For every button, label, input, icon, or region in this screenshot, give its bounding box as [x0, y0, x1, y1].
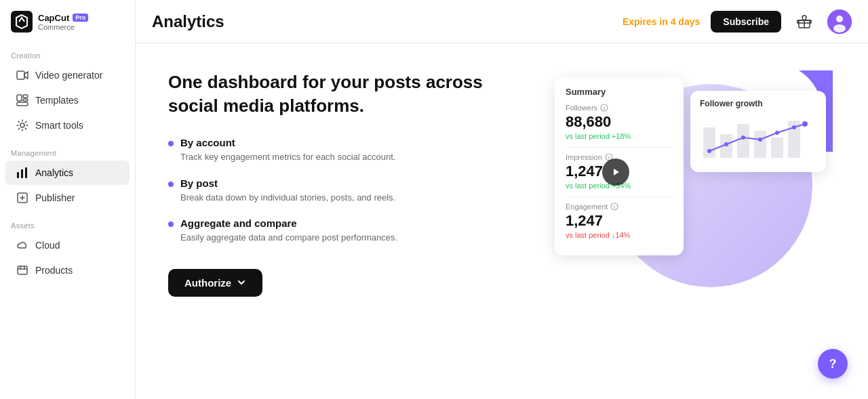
main-heading: One dashboard for your posts across soci…: [168, 70, 521, 118]
sidebar-section-assets: Assets Cloud Products: [0, 216, 135, 283]
left-content: One dashboard for your posts across soci…: [168, 70, 521, 377]
sidebar-item-smart-tools[interactable]: Smart tools: [5, 113, 130, 138]
svg-point-28: [758, 138, 762, 142]
user-avatar[interactable]: [827, 9, 852, 34]
svg-point-26: [724, 142, 728, 146]
video-icon: [16, 69, 28, 81]
publisher-icon: [16, 192, 28, 204]
engagement-value: 1,247: [566, 212, 673, 230]
feature-desc: Easily aggregate data and compare post p…: [180, 231, 397, 245]
sidebar-item-label: Cloud: [35, 240, 60, 251]
followers-value: 88,680: [566, 113, 673, 131]
sidebar-item-cloud[interactable]: Cloud: [5, 233, 130, 257]
sidebar-item-label: Video generator: [35, 70, 102, 81]
svg-point-29: [775, 131, 779, 135]
svg-rect-1: [17, 71, 24, 79]
svg-point-30: [792, 125, 796, 129]
svg-point-15: [833, 24, 846, 33]
svg-rect-5: [23, 99, 28, 101]
svg-point-14: [836, 16, 843, 22]
sidebar-item-video-generator[interactable]: Video generator: [5, 63, 130, 87]
svg-point-6: [20, 123, 24, 127]
templates-icon: [16, 94, 28, 106]
subscribe-button[interactable]: Subscribe: [711, 11, 781, 33]
analytics-icon: [16, 167, 28, 179]
logo-name: CapCut: [38, 13, 69, 23]
sidebar-item-label: Analytics: [35, 167, 73, 178]
page-title: Analytics: [152, 12, 224, 31]
bullet-dot: [168, 222, 174, 227]
feature-by-post: By post Break data down by individual st…: [168, 177, 521, 205]
sidebar-item-label: Publisher: [35, 192, 75, 203]
svg-point-25: [707, 149, 711, 153]
sidebar-item-analytics[interactable]: Analytics: [5, 161, 130, 185]
right-panel: Summary Followers 88,680 vs last period …: [548, 70, 833, 377]
growth-chart: [700, 114, 815, 161]
sidebar-section-label-creation: Creation: [0, 46, 135, 62]
info-icon: [600, 104, 608, 112]
growth-card-title: Follower growth: [700, 99, 816, 108]
feature-aggregate: Aggregate and compare Easily aggregate d…: [168, 217, 521, 245]
logo-badge: Pro: [73, 14, 88, 22]
svg-rect-9: [25, 167, 27, 178]
sidebar-item-label: Products: [35, 265, 73, 276]
help-button[interactable]: ?: [818, 349, 848, 379]
follower-growth-card: Follower growth: [690, 91, 826, 172]
products-icon: [16, 264, 28, 276]
followers-change: vs last period +18%: [566, 132, 673, 140]
svg-rect-23: [771, 138, 783, 158]
feature-desc: Track key engagement metrics for each so…: [180, 150, 395, 164]
authorize-button[interactable]: Authorize: [168, 269, 262, 297]
svg-rect-22: [754, 131, 766, 158]
sidebar-item-products[interactable]: Products: [5, 258, 130, 282]
feature-title: By post: [180, 177, 395, 189]
sidebar-item-publisher[interactable]: Publisher: [5, 186, 130, 210]
logo-subname: Commerce: [38, 23, 88, 31]
bullet-dot: [168, 141, 174, 146]
header-right: Expires in 4 days Subscribe: [623, 9, 852, 34]
cloud-icon: [16, 239, 28, 251]
svg-point-31: [802, 121, 808, 127]
sidebar: CapCut Pro Commerce Creation Video gener…: [0, 0, 136, 399]
logo-icon: [11, 11, 33, 33]
summary-card-title: Summary: [566, 87, 673, 97]
smart-tools-icon: [16, 119, 28, 131]
chevron-down-icon: [237, 278, 246, 287]
gift-icon: [797, 14, 812, 29]
feature-list: By account Track key engagement metrics …: [168, 137, 521, 245]
sidebar-section-management: Management Analytics Publisher: [0, 144, 135, 211]
svg-point-27: [741, 135, 745, 140]
svg-rect-8: [21, 169, 23, 178]
bullet-dot: [168, 182, 174, 187]
svg-rect-7: [17, 172, 19, 178]
play-icon: [610, 167, 621, 177]
svg-rect-21: [737, 124, 749, 158]
sidebar-section-creation: Creation Video generator Templates Smart…: [0, 46, 135, 138]
sidebar-section-label-management: Management: [0, 144, 135, 160]
content-area: One dashboard for your posts across soci…: [136, 43, 868, 399]
svg-rect-3: [23, 95, 28, 98]
svg-rect-4: [17, 102, 28, 106]
svg-rect-11: [18, 266, 27, 274]
feature-by-account: By account Track key engagement metrics …: [168, 137, 521, 164]
feature-desc: Break data down by individual stories, p…: [180, 191, 395, 205]
svg-rect-19: [703, 127, 715, 158]
svg-rect-2: [17, 95, 22, 101]
followers-label: Followers: [566, 104, 673, 112]
avatar-image: [827, 9, 852, 34]
help-icon: ?: [829, 357, 837, 371]
engagement-change: vs last period ↓14%: [566, 231, 673, 239]
sidebar-item-label: Smart tools: [35, 120, 83, 131]
sidebar-item-label: Templates: [35, 95, 79, 106]
sidebar-item-templates[interactable]: Templates: [5, 88, 130, 112]
play-button[interactable]: [602, 159, 629, 186]
main-content: Analytics Expires in 4 days Subscribe On…: [136, 0, 868, 399]
engagement-label: Engagement: [566, 203, 673, 211]
header: Analytics Expires in 4 days Subscribe: [136, 0, 868, 43]
info-icon: [610, 203, 618, 211]
svg-rect-0: [11, 11, 33, 33]
feature-title: Aggregate and compare: [180, 217, 397, 229]
sidebar-section-label-assets: Assets: [0, 216, 135, 232]
expires-text: Expires in 4 days: [623, 16, 700, 27]
gift-icon-button[interactable]: [792, 9, 816, 34]
